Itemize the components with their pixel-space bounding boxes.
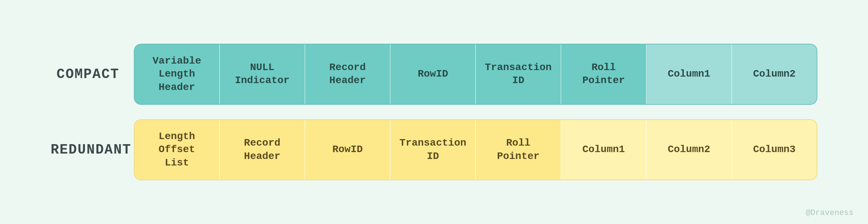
compact-row: COMPACT VariableLengthHeaderNULLIndicato… [51,44,817,105]
redundant-cell-4: RollPointer [476,120,561,180]
compact-cell-2: RecordHeader [305,44,391,104]
compact-cell-0: VariableLengthHeader [135,44,220,104]
compact-cell-5: RollPointer [561,44,647,104]
compact-cells-wrapper: VariableLengthHeaderNULLIndicatorRecordH… [134,44,817,105]
compact-cell-7: Column2 [732,44,817,104]
redundant-cell-1: RecordHeader [220,120,305,180]
redundant-row: REDUNDANT LengthOffsetListRecordHeaderRo… [51,119,817,180]
redundant-cells-wrapper: LengthOffsetListRecordHeaderRowIDTransac… [134,119,817,180]
redundant-cell-5: Column1 [561,120,647,180]
redundant-cell-2: RowID [305,120,391,180]
redundant-cell-3: TransactionID [391,120,476,180]
redundant-cell-6: Column2 [647,120,732,180]
redundant-cell-0: LengthOffsetList [135,120,220,180]
compact-cell-4: TransactionID [476,44,561,104]
compact-label: COMPACT [51,66,134,82]
diagram-container: COMPACT VariableLengthHeaderNULLIndicato… [36,36,832,188]
watermark: @Draveness [806,208,854,217]
redundant-cell-7: Column3 [732,120,817,180]
compact-cell-1: NULLIndicator [220,44,305,104]
compact-cell-3: RowID [391,44,476,104]
compact-cell-6: Column1 [647,44,732,104]
redundant-label: REDUNDANT [51,142,134,158]
